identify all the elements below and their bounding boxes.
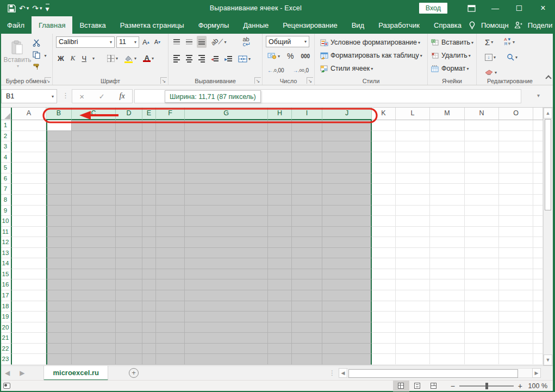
cell-K13[interactable]	[372, 248, 396, 259]
cell-C12[interactable]	[72, 237, 116, 248]
cell-K2[interactable]	[372, 131, 396, 142]
cell-F14[interactable]	[156, 258, 185, 269]
cell-A23[interactable]	[12, 354, 46, 365]
cell-I16[interactable]	[292, 279, 322, 290]
cell-F11[interactable]	[156, 227, 185, 238]
cell-F6[interactable]	[156, 173, 185, 184]
cell-M21[interactable]	[430, 333, 465, 344]
cell-G20[interactable]	[185, 322, 268, 333]
column-header-G[interactable]: G	[185, 108, 268, 120]
cell-D3[interactable]	[116, 141, 142, 152]
cell-E22[interactable]	[142, 344, 156, 354]
row-header-1[interactable]: 1	[0, 120, 12, 131]
row-header-16[interactable]: 16	[0, 279, 12, 290]
share-button[interactable]: Поделиться	[528, 21, 555, 29]
cell-B12[interactable]	[46, 237, 72, 248]
cell-J16[interactable]	[322, 279, 372, 290]
find-dropdown-icon[interactable]: ▾	[515, 55, 517, 60]
cell-J23[interactable]	[322, 354, 372, 365]
cell-N9[interactable]	[465, 206, 499, 216]
row-header-2[interactable]: 2	[0, 131, 12, 142]
cell-D13[interactable]	[116, 248, 142, 259]
cell-H9[interactable]	[268, 206, 292, 216]
fill-color-dropdown-icon[interactable]: ▾	[134, 56, 136, 61]
cell-K12[interactable]	[372, 237, 396, 248]
cell-H16[interactable]	[268, 279, 292, 290]
clipboard-dialog-launcher-icon[interactable]: ↘	[45, 77, 51, 84]
cell-F18[interactable]	[156, 301, 185, 312]
cell-C22[interactable]	[72, 344, 116, 354]
row-header-6[interactable]: 6	[0, 173, 12, 184]
cell-C7[interactable]	[72, 184, 116, 195]
align-left-button[interactable]	[172, 53, 182, 65]
cell-K22[interactable]	[372, 344, 396, 354]
cell-G1[interactable]	[185, 120, 268, 131]
cell-B3[interactable]	[46, 141, 72, 152]
row-header-5[interactable]: 5	[0, 163, 12, 173]
cell-E14[interactable]	[142, 258, 156, 269]
cell-O7[interactable]	[499, 184, 533, 195]
cell-H2[interactable]	[268, 131, 292, 142]
cell-L8[interactable]	[396, 195, 430, 206]
cell-N14[interactable]	[465, 258, 499, 269]
cell-D9[interactable]	[116, 206, 142, 216]
cell-F19[interactable]	[156, 312, 185, 322]
cell-G7[interactable]	[185, 184, 268, 195]
cell-H17[interactable]	[268, 290, 292, 301]
cell-M1[interactable]	[430, 120, 465, 131]
accounting-dropdown-icon[interactable]: ▾	[278, 54, 280, 59]
cell-D23[interactable]	[116, 354, 142, 365]
tab-file[interactable]: Файл	[0, 16, 32, 34]
merge-dropdown-icon[interactable]: ▾	[248, 57, 251, 61]
cell-O12[interactable]	[499, 237, 533, 248]
cell-N19[interactable]	[465, 312, 499, 322]
cell-x9[interactable]	[533, 206, 543, 216]
cell-C13[interactable]	[72, 248, 116, 259]
sort-filter-button[interactable]: А▼Я▼ ▾	[502, 36, 516, 48]
cell-A7[interactable]	[12, 184, 46, 195]
tab-home[interactable]: Главная	[32, 16, 72, 34]
cell-L3[interactable]	[396, 141, 430, 152]
font-dialog-launcher-icon[interactable]: ↘	[160, 77, 167, 84]
decrease-indent-button[interactable]: ◂	[209, 53, 220, 65]
cell-H22[interactable]	[268, 344, 292, 354]
cell-N1[interactable]	[465, 120, 499, 131]
cell-B6[interactable]	[46, 173, 72, 184]
cell-J17[interactable]	[322, 290, 372, 301]
cell-K15[interactable]	[372, 269, 396, 280]
column-header-A[interactable]: A	[12, 108, 46, 120]
cell-N23[interactable]	[465, 354, 499, 365]
cell-H3[interactable]	[268, 141, 292, 152]
cell-J4[interactable]	[322, 152, 372, 163]
cell-O6[interactable]	[499, 173, 533, 184]
cell-I6[interactable]	[292, 173, 322, 184]
cell-A10[interactable]	[12, 216, 46, 227]
column-header-I[interactable]: I	[292, 108, 322, 120]
cell-H15[interactable]	[268, 269, 292, 280]
cell-x1[interactable]	[533, 120, 543, 131]
cell-H14[interactable]	[268, 258, 292, 269]
cell-E18[interactable]	[142, 301, 156, 312]
cell-L12[interactable]	[396, 237, 430, 248]
cell-L4[interactable]	[396, 152, 430, 163]
cell-I13[interactable]	[292, 248, 322, 259]
cell-J8[interactable]	[322, 195, 372, 206]
cell-J13[interactable]	[322, 248, 372, 259]
cell-E2[interactable]	[142, 131, 156, 142]
cell-D2[interactable]	[116, 131, 142, 142]
cell-N12[interactable]	[465, 237, 499, 248]
cell-I8[interactable]	[292, 195, 322, 206]
horizontal-scroll-thumb[interactable]	[348, 369, 518, 378]
cell-C11[interactable]	[72, 227, 116, 238]
cell-E10[interactable]	[142, 216, 156, 227]
cell-x18[interactable]	[533, 301, 543, 312]
cell-L22[interactable]	[396, 344, 430, 354]
cut-button[interactable]	[33, 38, 46, 47]
cell-F5[interactable]	[156, 163, 185, 173]
cell-E3[interactable]	[142, 141, 156, 152]
tab-data[interactable]: Данные	[236, 16, 276, 34]
delete-cells-button[interactable]: Удалить▾	[431, 49, 473, 62]
cell-H1[interactable]	[268, 120, 292, 131]
cell-M7[interactable]	[430, 184, 465, 195]
cell-x6[interactable]	[533, 173, 543, 184]
